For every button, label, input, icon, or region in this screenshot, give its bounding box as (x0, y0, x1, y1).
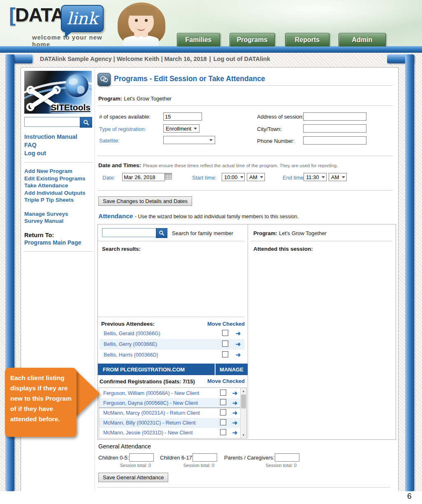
plc-move-checked[interactable]: Move Checked (207, 378, 245, 384)
tab-families[interactable]: Families (177, 33, 220, 47)
plc-manage-button[interactable]: MANAGE (215, 364, 248, 375)
scroll-up-button[interactable]: ▲ (241, 388, 246, 394)
sidebar-item-programs-main-page[interactable]: Programs Main Page (24, 239, 93, 247)
row-checkbox[interactable] (220, 429, 226, 435)
row-checkbox[interactable] (220, 409, 226, 415)
move-arrow-icon[interactable]: ➜ (232, 409, 238, 416)
program-line: Program: Let's Grow Together (98, 95, 172, 102)
previous-move-checked[interactable]: Move Checked (207, 321, 245, 327)
move-arrow-icon[interactable]: ➜ (236, 330, 241, 337)
registration-list: Ferguson, William (000568A) - New Client… (99, 387, 247, 439)
start-time-select[interactable]: 10:00 (222, 173, 245, 181)
sidebar-item-log-out[interactable]: Log out (24, 149, 93, 157)
sidebar-item-manage-surveys[interactable]: Manage Surveys (24, 210, 93, 218)
satellite-select[interactable] (163, 136, 215, 144)
sidebar-item-add-individual-outputs[interactable]: Add Individual Outputs (24, 189, 93, 197)
sidebar-item-triple-p-tip-sheets[interactable]: Triple P Tip Sheets (24, 196, 93, 204)
tab-programs[interactable]: Programs (230, 33, 275, 47)
spaces-label: # of spaces available: (99, 114, 151, 120)
sidebar-search-button[interactable] (80, 117, 92, 128)
page-number: 6 (407, 492, 412, 501)
tab-reports-label: Reports (295, 36, 320, 44)
date-label: Date: (102, 175, 115, 181)
attendance-heading-line: Attendance - Use the wizard below to add… (98, 212, 299, 220)
children-6-17-input[interactable] (192, 453, 217, 462)
start-time-label: Start time: (192, 175, 216, 181)
scroll-down-button[interactable]: ▼ (241, 432, 246, 438)
row-checkbox[interactable] (222, 330, 228, 336)
callout-text: Each client listing displays if they are… (10, 373, 73, 424)
end-ampm-select[interactable]: AM (329, 173, 347, 181)
save-general-attendance-button[interactable]: Save General Attendance (98, 473, 168, 482)
city-label: City/Town: (257, 126, 282, 132)
attendee-name[interactable]: Bellis, Gerald (000366G) (100, 331, 218, 336)
end-ampm-value: AM (331, 174, 339, 180)
registrant-name[interactable]: McMann, Jessie (00231D) - New Client (99, 430, 217, 436)
welcome-text: DATAlink Sample Agency | Welcome Keith |… (40, 56, 207, 62)
tab-reports[interactable]: Reports (285, 33, 329, 47)
calendar-glyph (165, 173, 172, 180)
start-time-value: 10:00 (224, 174, 238, 180)
logo-script-text: link (67, 9, 98, 28)
list-scrollbar[interactable]: ▲ ▼ (240, 388, 246, 438)
previous-attendee-row: Bellis, Gerald (000366G) ➜ (100, 328, 244, 339)
row-checkbox[interactable] (220, 419, 226, 425)
family-search-input[interactable] (102, 228, 156, 237)
registrant-name[interactable]: McMann, Marcy (000231A) - Return Client (99, 410, 217, 416)
spaces-input[interactable] (163, 112, 202, 121)
attendee-name[interactable]: Bellis, Gerry (000366E) (100, 341, 218, 347)
girl-smile (137, 26, 145, 31)
sidebar-item-take-attendance[interactable]: Take Attendance (24, 182, 93, 189)
section-divider (97, 156, 392, 156)
row-checkbox[interactable] (220, 399, 226, 405)
scroll-thumb[interactable] (241, 394, 246, 408)
sidebar-search-input[interactable] (24, 117, 80, 127)
datalink-logo: [DATA] link welcome to your new home (9, 2, 112, 44)
sidebar-divider (95, 68, 95, 504)
registration-select[interactable]: Enrollment (163, 124, 199, 133)
sidebar-item-survey-manual[interactable]: Survey Manual (24, 217, 93, 225)
registrant-name[interactable]: Ferguson, William (000568A) - New Client (99, 390, 217, 396)
city-input[interactable] (303, 124, 366, 133)
end-time-label: End time: (283, 175, 305, 181)
parents-caregivers-input[interactable] (275, 453, 299, 462)
calendar-icon[interactable] (165, 173, 172, 181)
search-results-label: Search results: (102, 246, 141, 252)
sidebar-item-add-new-program[interactable]: Add New Program (24, 168, 93, 175)
sidebar-item-edit-existing-programs[interactable]: Edit Existing Programs (24, 175, 93, 182)
row-checkbox[interactable] (220, 390, 226, 396)
registrant-name[interactable]: Ferguson, Dayna (000568C) - New Client (99, 400, 217, 406)
row-checkbox[interactable] (222, 351, 228, 357)
registration-row: Ferguson, William (000568A) - New Client… (99, 388, 241, 398)
tab-families-label: Families (185, 36, 211, 44)
start-ampm-select[interactable]: AM (247, 173, 265, 181)
family-search-button[interactable] (156, 228, 167, 238)
end-time-select[interactable]: 11:30 (304, 173, 327, 181)
sidebar-search (24, 117, 93, 128)
page-root: { "header": { "logo": { "bracket_open": … (0, 0, 422, 504)
move-arrow-icon[interactable]: ➜ (232, 390, 238, 397)
save-details-button[interactable]: Save Changes to Details and Dates (98, 196, 192, 206)
section-divider (97, 105, 392, 106)
sidebar-item-instruction-manual[interactable]: Instruction Manual (24, 133, 93, 141)
move-arrow-icon[interactable]: ➜ (232, 399, 238, 406)
session-program-value: Let's Grow Together (279, 230, 327, 236)
phone-input[interactable] (303, 136, 366, 145)
move-arrow-icon[interactable]: ➜ (232, 419, 238, 426)
move-arrow-icon[interactable]: ➜ (236, 341, 241, 348)
chevron-down-icon (240, 176, 243, 178)
chevron-down-icon (322, 176, 325, 178)
children-6-17-total: Session total: 0 (160, 463, 214, 468)
tab-admin[interactable]: Admin (339, 33, 386, 47)
sidebar-item-faq[interactable]: FAQ (24, 141, 93, 149)
move-arrow-icon[interactable]: ➜ (236, 351, 241, 358)
move-arrow-icon[interactable]: ➜ (232, 429, 238, 436)
children-0-5-input[interactable] (129, 453, 154, 462)
logout-link[interactable]: Log out of DATAlink (213, 56, 270, 62)
address-input[interactable] (303, 112, 366, 121)
registrant-name[interactable]: McMann, Billy (000231C) - Return Client (99, 420, 217, 426)
attendee-name[interactable]: Bellis, Harris (000366D) (100, 352, 218, 358)
row-checkbox[interactable] (222, 341, 228, 347)
date-input[interactable] (122, 173, 165, 181)
globe-icon (65, 74, 88, 97)
